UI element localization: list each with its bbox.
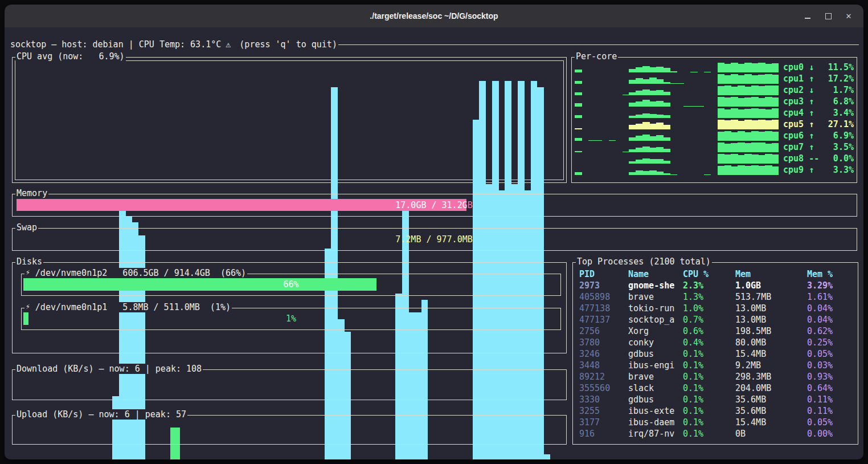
- core-name: cpu0: [783, 62, 804, 72]
- core-label: cpu0↓11.5%: [783, 62, 854, 72]
- core-row: cpu6↑ 6.9%: [575, 130, 854, 141]
- process-name: conky: [628, 337, 683, 348]
- download-panel: Download (KB/s) — now: 6 | peak: 108: [12, 369, 567, 400]
- core-row: cpu1↑17.2%: [575, 73, 854, 84]
- process-pid: 2973: [579, 280, 628, 291]
- core-name: cpu9: [783, 165, 804, 175]
- download-title: Download (KB/s) — now: 6 | peak: 108: [15, 364, 203, 374]
- core-row: cpu4↑ 3.4%: [575, 107, 854, 119]
- process-pid: 3255: [579, 405, 628, 417]
- process-mem: 198.5MB: [735, 325, 807, 337]
- swap-bar: 7.2MB / 977.0MB: [17, 233, 853, 245]
- process-row: 916irq/87-nv0.1%0B0.00%: [573, 428, 857, 439]
- disk-usage-bar: 1%1%: [23, 312, 559, 325]
- core-label: cpu5↑27.1%: [783, 119, 854, 129]
- core-name: cpu8: [783, 153, 804, 164]
- close-button[interactable]: ✕: [840, 7, 858, 25]
- maximize-button[interactable]: [819, 7, 837, 25]
- process-row: 3255ibus-exte0.1%35.6MB0.11%: [573, 405, 857, 417]
- process-cpu: 0.6%: [683, 325, 735, 337]
- process-mem: 35.6MB: [735, 405, 807, 417]
- process-mem: 1.0GB: [735, 280, 807, 291]
- disk-label: ⚡/dev/nvme0n1p1 5.8MB / 511.0MB (1%): [24, 302, 232, 312]
- disk-usage-fill: 66%: [23, 278, 376, 291]
- process-row: 3448ibus-engi0.1%9.2MB0.03%: [573, 360, 857, 371]
- process-mem: 35.6MB: [735, 394, 807, 405]
- process-cpu: 0.7%: [683, 314, 735, 325]
- process-mem: 0B: [735, 428, 807, 439]
- process-mem: 15.4MB: [735, 348, 807, 360]
- disk-usage-fill: 1%: [23, 312, 28, 325]
- process-mem-percent: 0.93%: [807, 371, 857, 382]
- process-row: 405898brave1.3%513.7MB1.61%: [573, 291, 857, 303]
- core-name: cpu1: [783, 74, 804, 84]
- core-name: cpu2: [783, 85, 804, 95]
- process-mem: 204.0MB: [735, 382, 807, 394]
- process-row: 3330gdbus0.1%35.6MB0.11%: [573, 394, 857, 405]
- process-cpu: 1.0%: [683, 303, 735, 314]
- core-row: cpu9↑ 3.3%: [575, 164, 854, 176]
- core-label: cpu3↑ 6.8%: [783, 96, 854, 107]
- minimize-icon: [805, 18, 810, 19]
- process-row: 355560slack0.1%204.0MB0.64%: [573, 382, 857, 394]
- process-name: brave: [628, 291, 683, 303]
- process-mem-percent: 0.11%: [807, 394, 857, 405]
- process-row: 2756Xorg0.6%198.5MB0.62%: [573, 325, 857, 337]
- core-sparkline: [575, 154, 779, 164]
- process-cpu: 1.3%: [683, 291, 735, 303]
- cpu-avg-title: CPU avg (now: 6.9%): [15, 51, 126, 62]
- process-mem-percent: 1.61%: [807, 291, 857, 303]
- core-row: cpu0↓11.5%: [575, 62, 854, 73]
- col-header-cpu: CPU %: [683, 268, 735, 280]
- header-rule: [338, 44, 859, 45]
- process-cpu: 0.1%: [683, 371, 735, 382]
- core-label: cpu4↑ 3.4%: [783, 108, 854, 118]
- quit-hint: (press 'q' to quit): [239, 39, 337, 50]
- core-row: cpu8-- 0.0%: [575, 153, 854, 164]
- process-mem-percent: 0.04%: [807, 314, 857, 325]
- process-mem-percent: 3.29%: [807, 280, 857, 291]
- process-mem-percent: 0.25%: [807, 337, 857, 348]
- process-cpu: 0.4%: [683, 337, 735, 348]
- core-name: cpu4: [783, 108, 804, 118]
- core-usage-value: 0.0%: [828, 153, 854, 164]
- disk-label: ⚡/dev/nvme0n1p2 606.5GB / 914.4GB (66%): [24, 268, 247, 278]
- core-trend-arrow: ↑: [809, 165, 814, 175]
- titlebar[interactable]: ./target/release/soc ~/D/G/socktop ✕: [5, 5, 863, 27]
- swap-panel: Swap 7.2MB / 977.0MB: [12, 228, 857, 251]
- col-header-pid: PID: [579, 268, 628, 280]
- core-usage-value: 6.9%: [828, 131, 854, 141]
- process-pid: 2756: [579, 325, 628, 337]
- cpu-avg-chart-frame: [15, 60, 564, 180]
- process-mem-percent: 0.11%: [807, 405, 857, 417]
- terminal-content: socktop — host: debian | CPU Temp: 63.1°…: [5, 27, 863, 459]
- process-pid: 3177: [579, 417, 628, 428]
- process-mem-percent: 0.03%: [807, 360, 857, 371]
- core-trend-arrow: ↑: [809, 96, 814, 107]
- process-pid: 3780: [579, 337, 628, 348]
- process-name: ibus-engi: [628, 360, 683, 371]
- warning-icon: ⚠: [221, 39, 234, 50]
- process-pid: 3330: [579, 394, 628, 405]
- process-name: irq/87-nv: [628, 428, 683, 439]
- cpu-avg-panel: CPU avg (now: 6.9%): [12, 57, 567, 183]
- process-row: 89212brave0.1%298.3MB0.93%: [573, 371, 857, 382]
- process-cpu: 0.1%: [683, 405, 735, 417]
- upload-title: Upload (KB/s) — now: 6 | peak: 57: [15, 409, 187, 420]
- process-pid: 355560: [579, 382, 628, 394]
- process-name: gdbus: [628, 394, 683, 405]
- process-mem-percent: 0.04%: [807, 303, 857, 314]
- core-row: cpu7↑ 3.5%: [575, 141, 854, 153]
- core-label: cpu1↑17.2%: [783, 74, 854, 84]
- core-trend-arrow: --: [809, 153, 819, 164]
- core-row: cpu5↑27.1%: [575, 119, 854, 130]
- process-row: 477137socktop_a0.7%13.0MB0.04%: [573, 314, 857, 325]
- process-mem-percent: 0.62%: [807, 325, 857, 337]
- minimize-button[interactable]: [799, 7, 817, 25]
- core-label: cpu6↑ 6.9%: [783, 131, 854, 141]
- process-cpu: 0.1%: [683, 417, 735, 428]
- core-usage-value: 3.3%: [828, 165, 854, 175]
- process-row: 3246gdbus0.1%15.4MB0.05%: [573, 348, 857, 360]
- core-name: cpu7: [783, 142, 804, 152]
- core-name: cpu3: [783, 96, 804, 107]
